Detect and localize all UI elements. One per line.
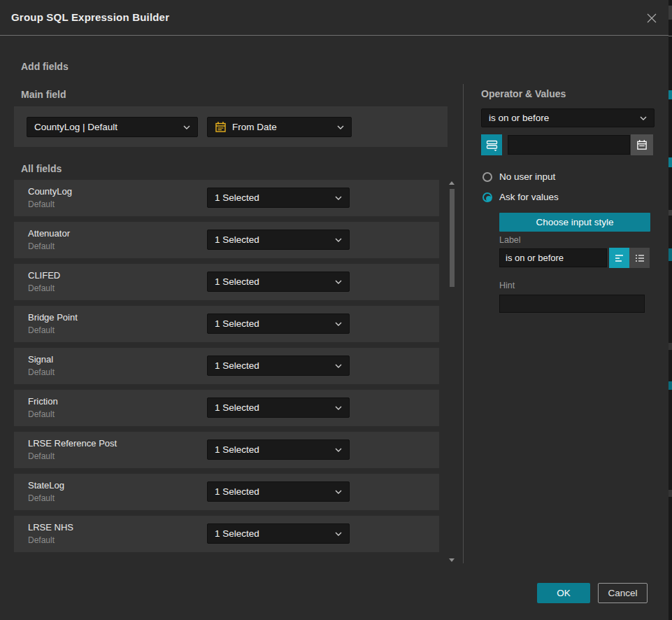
- chevron-down-icon: [335, 196, 342, 200]
- group-sql-expression-builder-dialog: Group SQL Expression Builder Add fields …: [0, 0, 672, 620]
- chevron-down-icon: [335, 364, 342, 368]
- field-source: Default: [28, 451, 55, 461]
- field-row: Bridge Point Default 1 Selected: [14, 306, 439, 342]
- field-source: Default: [28, 409, 55, 419]
- field-row: CountyLog Default 1 Selected: [14, 180, 439, 216]
- edge-fragment: [669, 36, 672, 36]
- edge-fragment: [669, 90, 672, 99]
- dialog-titlebar: Group SQL Expression Builder: [0, 0, 672, 36]
- field-source: Default: [28, 283, 55, 293]
- cancel-button[interactable]: Cancel: [598, 583, 648, 603]
- calendar-icon: [636, 139, 648, 150]
- radio-icon: [482, 192, 492, 202]
- field-name: Signal: [28, 354, 53, 365]
- edge-fragment: [669, 490, 672, 497]
- radio-option[interactable]: No user input: [482, 171, 555, 182]
- main-field-heading: Main field: [21, 89, 66, 100]
- scroll-up-icon[interactable]: [449, 181, 455, 185]
- edge-fragment: [669, 381, 672, 390]
- field-values-select[interactable]: 1 Selected: [207, 523, 350, 544]
- field-name: StateLog: [28, 480, 64, 491]
- field-row: LRSE Reference Post Default 1 Selected: [14, 432, 439, 468]
- chevron-down-icon: [183, 125, 190, 129]
- chevron-down-icon: [335, 406, 342, 410]
- chevron-down-icon: [335, 280, 342, 284]
- radio-icon: [482, 172, 492, 182]
- field-name: Friction: [28, 396, 58, 407]
- label-display-button[interactable]: [609, 248, 629, 268]
- field-values-select[interactable]: 1 Selected: [207, 272, 350, 292]
- label-field-label: Label: [499, 235, 521, 245]
- choose-input-style-button[interactable]: Choose input style: [499, 213, 650, 232]
- field-name: Bridge Point: [28, 312, 78, 323]
- main-field-panel: CountyLog | Default From Date: [14, 106, 448, 147]
- chevron-down-icon: [335, 448, 342, 452]
- field-source: Default: [28, 367, 55, 377]
- radio-option[interactable]: Ask for values: [482, 192, 559, 202]
- main-field-select[interactable]: From Date: [207, 117, 352, 137]
- calendar-icon: [215, 121, 227, 133]
- chevron-down-icon: [335, 238, 342, 242]
- field-values-select-value: 1 Selected: [215, 234, 329, 245]
- main-field-select-value: From Date: [232, 122, 331, 132]
- scroll-down-icon[interactable]: [449, 558, 455, 562]
- dialog-title: Group SQL Expression Builder: [11, 11, 169, 23]
- operator-select-value: is on or before: [489, 113, 634, 123]
- hint-input[interactable]: [499, 295, 645, 313]
- scrollbar-thumb[interactable]: [450, 189, 455, 287]
- field-values-select[interactable]: 1 Selected: [207, 230, 350, 250]
- input-type-button[interactable]: [481, 134, 502, 155]
- align-left-icon: [614, 253, 625, 264]
- value-row: [481, 134, 655, 155]
- field-name: Attenuator: [28, 228, 70, 239]
- list-scrollbar[interactable]: [450, 180, 455, 563]
- input-type-icon: [486, 139, 498, 151]
- field-values-select[interactable]: 1 Selected: [207, 481, 350, 502]
- ok-button[interactable]: OK: [537, 583, 590, 603]
- field-values-select-value: 1 Selected: [215, 360, 329, 371]
- close-button[interactable]: [644, 10, 659, 26]
- list-display-button[interactable]: [629, 248, 650, 268]
- panel-divider: [463, 84, 464, 563]
- field-row: Friction Default 1 Selected: [14, 390, 439, 426]
- field-name: LRSE NHS: [28, 522, 73, 533]
- field-name: CountyLog: [28, 186, 72, 197]
- field-row: Attenuator Default 1 Selected: [14, 222, 439, 258]
- field-source: Default: [28, 493, 55, 503]
- layer-select[interactable]: CountyLog | Default: [27, 117, 198, 137]
- field-values-select-value: 1 Selected: [215, 276, 329, 287]
- field-values-select[interactable]: 1 Selected: [207, 397, 350, 418]
- chevron-down-icon: [337, 125, 344, 129]
- field-values-select[interactable]: 1 Selected: [207, 313, 350, 334]
- label-input[interactable]: [499, 248, 607, 267]
- field-values-select-value: 1 Selected: [215, 444, 329, 455]
- chevron-down-icon: [335, 490, 342, 494]
- field-values-select-value: 1 Selected: [215, 192, 329, 203]
- field-values-select-value: 1 Selected: [215, 486, 329, 497]
- field-values-select-value: 1 Selected: [215, 318, 329, 329]
- field-values-select[interactable]: 1 Selected: [207, 355, 350, 376]
- field-name: LRSE Reference Post: [28, 438, 117, 449]
- field-values-select[interactable]: 1 Selected: [207, 439, 350, 460]
- field-source: Default: [28, 199, 55, 209]
- field-values-select[interactable]: 1 Selected: [207, 188, 350, 208]
- date-picker-button[interactable]: [631, 134, 653, 155]
- edge-fragment: [669, 248, 672, 261]
- edge-fragment: [669, 210, 672, 216]
- value-input[interactable]: [508, 135, 630, 155]
- field-row: CLIFED Default 1 Selected: [14, 264, 439, 300]
- field-row: LRSE NHS Default 1 Selected: [14, 516, 439, 552]
- chevron-down-icon: [640, 116, 647, 120]
- edge-fragment: [669, 6, 672, 20]
- chevron-down-icon: [335, 532, 342, 536]
- operator-select[interactable]: is on or before: [481, 108, 655, 127]
- all-fields-heading: All fields: [21, 163, 62, 174]
- dialog-surface: Group SQL Expression Builder Add fields …: [0, 0, 669, 620]
- background-app-edge: [669, 0, 672, 620]
- layer-select-value: CountyLog | Default: [34, 122, 178, 132]
- close-icon: [646, 13, 657, 24]
- edge-fragment: [669, 343, 672, 350]
- field-values-select-value: 1 Selected: [215, 402, 329, 413]
- add-fields-heading: Add fields: [21, 61, 69, 72]
- field-values-select-value: 1 Selected: [215, 528, 329, 539]
